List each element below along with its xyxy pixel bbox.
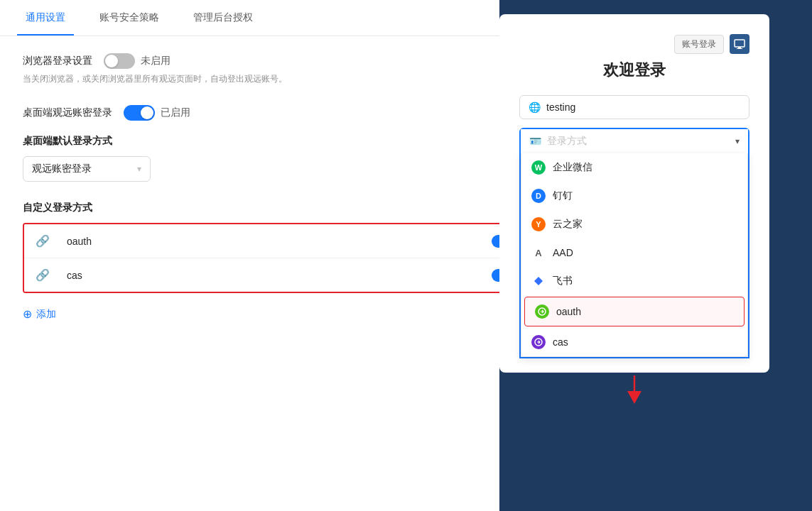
dropdown-placeholder: 登录方式: [547, 135, 735, 148]
account-login-button[interactable]: 账号登录: [674, 35, 724, 54]
svg-rect-1: [738, 47, 741, 48]
list-item[interactable]: 飞书: [521, 267, 747, 295]
list-item[interactable]: oauth: [524, 297, 745, 326]
oauth-dropdown-icon: [535, 304, 549, 319]
login-title: 欢迎登录: [519, 60, 749, 81]
list-item[interactable]: D 钉钉: [521, 182, 747, 210]
feishu-icon: [531, 274, 546, 288]
cas-dropdown-icon: [531, 335, 546, 349]
add-login-method-button[interactable]: ⊕ 添加: [23, 307, 56, 321]
desktop-login-status: 已启用: [161, 106, 190, 119]
chevron-down-icon: ▾: [137, 164, 141, 174]
list-item[interactable]: Y 云之家: [521, 210, 747, 238]
dropdown-list: W 企业微信 D 钉钉 Y 云之家 A: [521, 153, 748, 357]
globe-icon: 🌐: [529, 101, 541, 113]
wechat-label: 企业微信: [553, 161, 592, 174]
oauth-dropdown-label: oauth: [556, 306, 581, 317]
oauth-icon: 🔗: [36, 234, 50, 248]
list-item[interactable]: W 企业微信: [521, 153, 747, 182]
toggle-circle: [105, 55, 118, 67]
aad-icon: A: [531, 246, 546, 260]
red-arrow-container: [499, 375, 769, 404]
svg-marker-7: [627, 391, 642, 404]
testing-value: testing: [546, 101, 575, 113]
main-content: 通用设置 账号安全策略 管理后台授权 浏览器登录设置 未启用 当关闭浏览器，或关…: [0, 0, 812, 511]
default-login-select[interactable]: 观远账密登录 ▾: [23, 156, 151, 182]
toggle-circle-2: [141, 106, 153, 119]
browser-login-toggle[interactable]: [104, 53, 135, 69]
dingding-icon: D: [531, 189, 546, 203]
login-modal-header: 账号登录: [519, 34, 749, 54]
dropdown-arrow-icon: ▾: [735, 136, 740, 146]
dingding-label: 钉钉: [553, 189, 573, 202]
svg-rect-0: [735, 40, 745, 47]
plus-icon: ⊕: [23, 307, 32, 321]
wechat-icon: W: [531, 160, 546, 175]
tab-general[interactable]: 通用设置: [17, 0, 74, 35]
red-arrow-icon: [624, 375, 645, 404]
list-item[interactable]: A AAD: [521, 238, 747, 267]
tab-security[interactable]: 账号安全策略: [91, 0, 168, 35]
yunzhijia-icon: Y: [531, 217, 546, 231]
dropdown-header: 🪪 登录方式 ▾: [521, 129, 748, 153]
aad-label: AAD: [553, 247, 573, 258]
desktop-login-toggle[interactable]: [124, 105, 155, 121]
cas-name: cas: [67, 270, 492, 281]
login-preview-panel: 账号登录 欢迎登录 🌐 testing 🪪: [499, 7, 769, 404]
login-method-dropdown[interactable]: 🪪 登录方式 ▾ W 企业微信 D 钉钉: [519, 128, 749, 358]
svg-marker-3: [534, 277, 543, 285]
default-login-value: 观远账密登录: [32, 163, 92, 175]
cas-dropdown-label: cas: [553, 336, 568, 348]
yunzhijia-label: 云之家: [553, 218, 583, 231]
svg-rect-2: [737, 48, 742, 49]
feishu-label: 飞书: [553, 275, 573, 287]
oauth-name: oauth: [67, 236, 492, 247]
testing-input: 🌐 testing: [519, 95, 749, 119]
browser-login-status: 未启用: [141, 55, 170, 67]
id-icon: 🪪: [529, 136, 541, 147]
login-modal: 账号登录 欢迎登录 🌐 testing 🪪: [499, 14, 769, 373]
browser-login-label: 浏览器登录设置: [23, 55, 92, 67]
monitor-icon[interactable]: [730, 34, 749, 54]
add-label: 添加: [36, 308, 56, 321]
cas-icon: 🔗: [36, 268, 50, 282]
desktop-login-label: 桌面端观远账密登录: [23, 106, 112, 119]
list-item[interactable]: cas: [521, 328, 747, 356]
tab-admin[interactable]: 管理后台授权: [185, 0, 261, 35]
